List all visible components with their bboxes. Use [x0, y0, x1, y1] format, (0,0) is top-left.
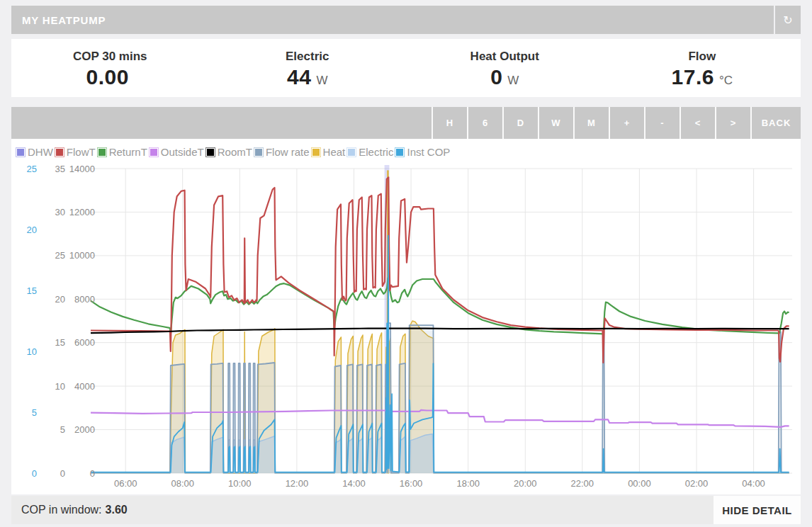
page-title: MY HEATPUMP [11, 6, 774, 34]
svg-text:00:00: 00:00 [628, 478, 651, 489]
stat-value: 0.00 [86, 65, 129, 89]
svg-text:8000: 8000 [74, 294, 95, 305]
svg-text:6000: 6000 [74, 337, 95, 348]
svg-text:10:00: 10:00 [228, 478, 252, 489]
svg-text:25: 25 [55, 250, 65, 261]
svg-text:5: 5 [60, 424, 65, 435]
chart-footer: COP in window: 3.60 HIDE DETAIL [11, 496, 801, 524]
electric-swatch-icon [346, 147, 356, 157]
stat-unit: W [507, 74, 519, 88]
refresh-icon: ↻ [783, 13, 792, 27]
heat-swatch-icon [311, 147, 321, 157]
svg-text:0: 0 [90, 468, 95, 479]
svg-text:20:00: 20:00 [514, 478, 537, 489]
zoom-in-button[interactable]: + [609, 107, 644, 139]
pan-left-button[interactable]: < [680, 107, 715, 139]
returnt-swatch-icon [97, 147, 107, 157]
chart-card: DHW FlowT ReturnT OutsideT RoomT Flow ra… [11, 139, 801, 494]
svg-text:5: 5 [32, 407, 37, 418]
zoom-out-button[interactable]: - [644, 107, 680, 139]
stat-cop-30-mins: COP 30 mins 0.00 [11, 39, 209, 97]
svg-text:12000: 12000 [69, 207, 95, 217]
refresh-button[interactable]: ↻ [774, 6, 801, 34]
cop-in-window: COP in window: 3.60 [11, 496, 714, 524]
stat-flow: Flow 17.6 °C [604, 39, 801, 97]
app-header: MY HEATPUMP ↻ [11, 6, 801, 34]
svg-text:10: 10 [55, 381, 65, 392]
chart-legend: DHW FlowT ReturnT OutsideT RoomT Flow ra… [16, 146, 451, 158]
svg-text:20: 20 [55, 294, 65, 305]
stat-electric: Electric 44 W [209, 39, 407, 97]
cop-window-label: COP in window: [21, 504, 102, 516]
svg-text:35: 35 [55, 164, 65, 174]
legend-item-heat[interactable]: Heat [311, 146, 346, 158]
chart-toolbar: H 6 D W M + - < > BACK [11, 107, 801, 139]
legend-item-flow-rate[interactable]: Flow rate [254, 146, 310, 158]
svg-text:0: 0 [60, 468, 65, 479]
outsidet-swatch-icon [149, 147, 159, 157]
roomt-swatch-icon [205, 147, 215, 157]
flowt-swatch-icon [55, 147, 64, 157]
zoom-month-button[interactable]: M [573, 107, 609, 139]
svg-text:18:00: 18:00 [456, 478, 480, 489]
dhw-swatch-icon [16, 147, 26, 157]
stat-unit: W [316, 74, 327, 88]
svg-text:06:00: 06:00 [114, 478, 137, 489]
inst-cop-swatch-icon [395, 147, 405, 157]
stat-value: 17.6 [672, 65, 714, 89]
svg-text:04:00: 04:00 [742, 478, 765, 489]
legend-item-roomt[interactable]: RoomT [205, 146, 252, 158]
flow-rate-swatch-icon [254, 147, 264, 157]
svg-text:2000: 2000 [74, 424, 95, 435]
svg-text:4000: 4000 [74, 381, 95, 392]
stat-heat-output: Heat Output 0 W [406, 39, 604, 97]
svg-text:20: 20 [27, 225, 37, 235]
zoom-week-button[interactable]: W [538, 107, 573, 139]
zoom-hour-button[interactable]: H [432, 107, 467, 139]
stat-value: 0 [490, 65, 502, 89]
svg-text:25: 25 [27, 164, 37, 174]
hide-detail-button[interactable]: HIDE DETAIL [714, 496, 801, 524]
legend-item-returnt[interactable]: ReturnT [97, 146, 147, 158]
svg-text:30: 30 [55, 207, 65, 217]
stat-label: Electric [286, 50, 329, 64]
back-button[interactable]: BACK [750, 107, 801, 139]
pan-right-button[interactable]: > [715, 107, 750, 139]
svg-text:02:00: 02:00 [685, 478, 709, 489]
legend-item-dhw[interactable]: DHW [16, 146, 53, 158]
legend-item-electric[interactable]: Electric [346, 146, 393, 158]
heatpump-app: MY HEATPUMP ↻ COP 30 mins 0.00 Electric … [11, 6, 801, 524]
svg-text:22:00: 22:00 [571, 478, 594, 489]
stats-panel: COP 30 mins 0.00 Electric 44 W Heat Outp… [11, 39, 801, 97]
svg-text:16:00: 16:00 [400, 478, 423, 489]
stat-label: COP 30 mins [73, 50, 147, 64]
stat-value: 44 [287, 65, 311, 89]
svg-text:10: 10 [27, 346, 37, 357]
cop-window-value: 3.60 [106, 504, 128, 516]
svg-text:15: 15 [55, 337, 65, 348]
legend-item-outsidet[interactable]: OutsideT [149, 146, 204, 158]
legend-item-flowt[interactable]: FlowT [55, 146, 96, 158]
svg-text:08:00: 08:00 [171, 478, 194, 489]
stat-unit: °C [719, 74, 733, 88]
svg-text:12:00: 12:00 [286, 478, 309, 489]
stat-label: Flow [688, 50, 716, 64]
toolbar-spacer [11, 107, 432, 139]
svg-text:10000: 10000 [69, 250, 95, 261]
heatpump-chart[interactable]: 0510152025051015202530350200040006000800… [11, 139, 801, 494]
svg-text:14:00: 14:00 [342, 478, 366, 489]
zoom-6h-button[interactable]: 6 [467, 107, 502, 139]
svg-text:15: 15 [27, 285, 37, 296]
zoom-day-button[interactable]: D [502, 107, 538, 139]
svg-text:0: 0 [32, 468, 37, 479]
legend-item-inst-cop[interactable]: Inst COP [395, 146, 450, 158]
svg-text:14000: 14000 [69, 164, 95, 174]
stat-label: Heat Output [470, 50, 539, 64]
